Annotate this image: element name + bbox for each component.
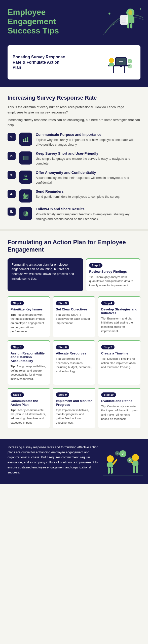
- step-card-6: Step 6 Allocate Resources Tip: Determine…: [53, 340, 95, 385]
- tip-number: 4.: [8, 190, 16, 198]
- calendar-icon: [22, 192, 29, 199]
- svg-point-50: [24, 197, 25, 198]
- subtitle-text: Boosting Survey Response Rate & Formulat…: [13, 55, 68, 70]
- tip-icon-box: [19, 189, 32, 203]
- tip-content: Communicate Purpose and Importance Expla…: [36, 133, 140, 147]
- subtitle-illustration: ✓ ✓: [103, 50, 135, 75]
- svg-line-57: [113, 460, 117, 464]
- tip-icon-box: [19, 133, 32, 146]
- tip-content: Follow-Up and Share Results Provide time…: [36, 207, 140, 222]
- step-tip: Tip: Clearly communicate the plan to all…: [11, 408, 47, 425]
- step-title: Create a Timeline: [101, 351, 137, 355]
- step-card-5: Step 5 Assign Responsibility and Establi…: [8, 340, 50, 385]
- subtitle-banner: Boosting Survey Response Rate & Formulat…: [0, 45, 148, 87]
- tip-title: Offer Anonymity and Confidentiality: [36, 171, 140, 175]
- chart-icon: [22, 136, 29, 143]
- svg-rect-21: [109, 63, 114, 66]
- footer-text: Increasing survey response rates and for…: [8, 445, 103, 475]
- step-label: Step 2: [11, 301, 24, 305]
- tip-item: 5. Follow-Up and Share Results Provide t…: [8, 207, 140, 222]
- action-intro-box: Formulating an action plan for employee …: [8, 258, 83, 291]
- step-card-10: Step 10 Evaluate and Refine Tip: Continu…: [98, 388, 140, 428]
- step-title: Allocate Resources: [56, 351, 92, 355]
- pie-icon: [22, 210, 29, 217]
- step-label: Step 7: [101, 345, 115, 349]
- svg-text:✓: ✓: [129, 60, 131, 63]
- step-card-2: Step 2 Prioritize Key Issues Tip: Focus …: [8, 296, 50, 337]
- tip-desc: Send gentle reminders to employees to co…: [36, 194, 140, 199]
- person-icon: [22, 174, 29, 181]
- tip-icon-box: [19, 151, 32, 165]
- footer-illustration: ✓ ✓ ✓: [100, 444, 145, 484]
- svg-text:✦: ✦: [139, 7, 142, 11]
- survey-section-title: Increasing Survey Response Rate: [8, 95, 140, 101]
- steps-grid-row-1: Step 2 Prioritize Key Issues Tip: Focus …: [8, 296, 140, 337]
- svg-text:✓: ✓: [129, 65, 131, 68]
- action-section-title: Formulating an Action Plan for Employee …: [8, 239, 140, 253]
- list-icon: [22, 154, 29, 162]
- tip-icon-box: [19, 171, 32, 184]
- svg-rect-60: [133, 466, 135, 473]
- svg-point-53: [107, 455, 114, 462]
- step-card-8: Step 8 Communicate the Action Plan Tip: …: [8, 388, 50, 428]
- tip-desc: Provide timely and transparent feedback …: [36, 212, 140, 222]
- step-label: Step 10: [101, 392, 116, 397]
- tip-icon-box: [19, 207, 32, 220]
- svg-rect-54: [107, 462, 113, 467]
- tip-title: Send Reminders: [36, 189, 140, 193]
- tip-content: Offer Anonymity and Confidentiality Assu…: [36, 171, 140, 185]
- tip-title: Keep Survey Short and User-Friendly: [36, 151, 140, 155]
- svg-point-47: [24, 196, 25, 197]
- svg-point-37: [23, 159, 24, 159]
- step-tip: Tip: Focus on areas with the most signif…: [11, 313, 47, 334]
- tip-item: 4. Send Reminders Send gentl: [8, 189, 140, 203]
- svg-point-48: [25, 196, 26, 197]
- svg-rect-59: [132, 461, 138, 466]
- step-card-1: Step 1 Review Survey Findings Tip: Thoro…: [86, 258, 140, 291]
- header-illustration: ✦ ✦ ✦: [100, 3, 145, 38]
- step-tip: Tip: Assign responsibilities, define rol…: [11, 364, 47, 381]
- svg-rect-4: [130, 23, 132, 28]
- tip-desc: Explain why the survey is important and …: [36, 138, 140, 147]
- step-label: Step 9: [56, 392, 69, 397]
- svg-rect-41: [25, 174, 26, 176]
- footer-section: Increasing survey response rates and for…: [0, 439, 148, 484]
- survey-intro-2: Increasing survey response rates can be …: [8, 117, 140, 128]
- svg-text:✓: ✓: [128, 459, 131, 462]
- tip-number: 1.: [8, 133, 16, 141]
- svg-text:✦: ✦: [108, 12, 111, 16]
- step-title: Implement and Monitor Progress: [56, 399, 92, 407]
- page-title: Employee Engagement Success Tips: [8, 8, 78, 35]
- action-intro-row: Formulating an action plan for employee …: [8, 258, 140, 291]
- header-section: Employee Engagement Success Tips ✦ ✦ ✦: [0, 0, 148, 45]
- svg-rect-13: [113, 66, 114, 73]
- svg-rect-56: [111, 467, 113, 474]
- step-tip: Tip: Brainstorm and plan initiatives add…: [101, 316, 137, 333]
- step-tip: Tip: Continuously evaluate the impact of…: [101, 404, 137, 421]
- svg-point-1: [128, 10, 132, 15]
- action-plan-section: Formulating an Action Plan for Employee …: [0, 231, 148, 439]
- tip-item: 3. Offer Anonymity and Confidentiality A…: [8, 171, 140, 185]
- svg-point-58: [132, 454, 139, 461]
- svg-point-20: [109, 58, 114, 63]
- tip-item: 1. Communicate Purpose and Importance Ex…: [8, 133, 140, 147]
- steps-grid-row-2: Step 5 Assign Responsibility and Establi…: [8, 340, 140, 385]
- tip-desc: Assure employees that their responses wi…: [36, 176, 140, 185]
- tip-title: Follow-Up and Share Results: [36, 207, 140, 211]
- step-card-3: Step 3 Set Clear Objectives Tip: Define …: [53, 296, 95, 337]
- tip-content: Send Reminders Send gentle reminders to …: [36, 189, 140, 199]
- svg-text:✦: ✦: [113, 23, 115, 26]
- svg-rect-14: [124, 66, 125, 73]
- svg-text:✓: ✓: [121, 452, 124, 456]
- step-label: Step 6: [56, 345, 69, 349]
- survey-intro-1: This is the dilemma of every human resou…: [8, 105, 140, 115]
- step-label: Step 1: [89, 263, 102, 268]
- svg-rect-27: [25, 138, 26, 142]
- step-label: Step 5: [11, 345, 24, 349]
- step-title: Evaluate and Refine: [101, 399, 137, 403]
- svg-rect-28: [27, 137, 28, 142]
- step-title: Communicate the Action Plan: [11, 399, 47, 407]
- step-title: Review Survey Findings: [89, 270, 137, 273]
- tips-list: 1. Communicate Purpose and Importance Ex…: [8, 133, 140, 222]
- tip-number: 3.: [8, 171, 16, 179]
